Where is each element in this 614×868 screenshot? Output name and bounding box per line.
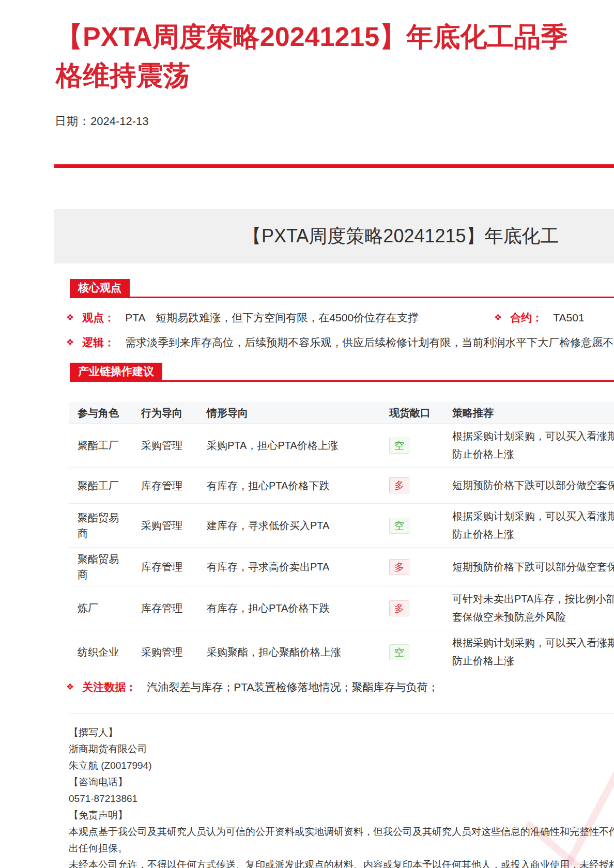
section-core-viewpoint: 核心观点 [70,279,614,298]
phone-number: 0571-87213861 [69,791,614,807]
cell-action: 库存管理 [141,600,207,616]
cell-role: 炼厂 [78,600,141,616]
disclaimer-line: 出任何担保。 [69,840,614,857]
cell-situation: 有库存，担心PTA价格下跌 [207,600,389,616]
col-header-exposure: 现货敞口 [389,406,452,420]
exposure-badge: 多 [389,559,409,575]
cell-action: 采购管理 [141,644,207,660]
cell-role: 聚酯工厂 [78,478,141,493]
contract-group: ❖ 合约： TA501 [494,311,585,325]
page-title-line1: 【PXTA周度策略20241215】年底化工品季 [56,18,614,56]
watch-data-row: ❖ 关注数据： 汽油裂差与库存；PTA装置检修落地情况；聚酯库存与负荷； [66,680,614,694]
section-chain-advice: 产业链操作建议 [70,363,614,382]
chain-advice-badge: 产业链操作建议 [70,363,162,380]
diamond-bullet-icon: ❖ [494,311,502,325]
diamond-bullet-icon: ❖ [66,311,74,325]
cell-strategy: 根据采购计划采购，可以买入看涨期权 防止价格上涨 [452,427,614,463]
report-date-label: 日期： [55,115,90,128]
phone-section-header: 【咨询电话】 [69,774,614,791]
disclaimer-header: 【免责声明】 [69,807,614,824]
exposure-badge: 空 [389,438,409,454]
footer-divider [69,713,614,714]
logic-text: 需求淡季到来库存高位，后续预期不容乐观，供应后续检修计划有限，当前利润水平下大厂… [125,335,613,350]
cell-strategy: 根据采购计划采购，可以买入看涨期权 防止价格上涨 [452,634,614,670]
table-row: 聚酯贸易商 采购管理 建库存，寻求低价买入PTA 空 根据采购计划采购，可以买入… [69,504,614,548]
cell-action: 库存管理 [141,559,207,575]
viewpoint-label: 观点： [82,311,115,325]
col-header-situation: 情形导向 [207,406,389,420]
table-row: 纺织企业 采购管理 采购聚酯，担心聚酯价格上涨 空 根据采购计划采购，可以买入看… [69,630,614,674]
table-row: 炼厂 库存管理 有库存，担心PTA价格下跌 多 可针对未卖出PTA库存，按比例小… [69,586,614,630]
table-row: 聚酯工厂 库存管理 有库存，担心PTA价格下跌 多 短期预防价格下跌可以部分做空… [69,468,614,504]
disclaimer-line: 未经本公司允许，不得以任何方式传送、复印或派发此观点的材料、内容或复印本予以任何… [69,857,614,868]
top-divider [54,164,614,168]
cell-role: 聚酯贸易商 [78,551,141,582]
table-row: 聚酯工厂 采购管理 采购PTA，担心PTA价格上涨 空 根据采购计划采购，可以买… [69,424,614,468]
table-row: 聚酯贸易商 库存管理 有库存，寻求高价卖出PTA 多 短期预防价格下跌可以部分做… [69,548,614,586]
cell-action: 采购管理 [141,518,207,533]
exposure-badge: 多 [389,477,409,493]
cell-role: 聚酯贸易商 [78,510,141,541]
viewpoint-text: PTA 短期易跌难涨，但下方空间有限，在4500价位存在支撑 [125,311,419,325]
exposure-badge: 空 [389,644,409,660]
col-header-role: 参与角色 [78,406,141,420]
logic-row: ❖ 逻辑： 需求淡季到来库存高位，后续预期不容乐观，供应后续检修计划有限，当前利… [66,335,614,350]
cell-situation: 采购PTA，担心PTA价格上涨 [207,438,389,453]
article-banner-title: 【PXTA周度策略20241215】年底化工 [243,224,559,249]
footer: 【撰写人】 浙商期货有限公司 朱立航 (Z0017994) 【咨询电话】 057… [69,724,614,868]
company-name: 浙商期货有限公司 [69,741,614,757]
contract-value: TA501 [553,311,584,325]
operation-advice-table: 参与角色 行为导向 情形导向 现货敞口 策略推荐 聚酯工厂 采购管理 采购PTA… [69,402,614,674]
cell-strategy: 短期预防价格下跌可以部分做空套保 [452,476,614,494]
cell-situation: 建库存，寻求低价买入PTA [207,518,389,533]
contract-label: 合约： [510,311,543,325]
diamond-bullet-icon: ❖ [66,335,74,350]
report-date: 日期：2024-12-13 [55,114,149,129]
author-name: 朱立航 (Z0017994) [69,757,614,774]
report-date-value: 2024-12-13 [90,115,149,128]
cell-strategy: 根据采购计划采购，可以买入看涨期权 防止价格上涨 [452,507,614,544]
table-header-row: 参与角色 行为导向 情形导向 现货敞口 策略推荐 [69,402,614,424]
exposure-badge: 空 [389,518,409,534]
disclaimer-line: 本观点基于我公司及其研究人员认为可信的公开资料或实地调研资料，但我公司及其研究人… [69,824,614,840]
page-title: 【PXTA周度策略20241215】年底化工品季 格维持震荡 [56,18,614,95]
cell-situation: 有库存，担心PTA价格下跌 [207,478,389,493]
col-header-strategy: 策略推荐 [452,406,614,420]
report-page: 【PXTA周度策略20241215】年底化工品季 格维持震荡 日期：2024-1… [0,0,614,868]
article-banner: 【PXTA周度策略20241215】年底化工 [54,209,614,264]
viewpoint-row: ❖ 观点： PTA 短期易跌难涨，但下方空间有限，在4500价位存在支撑 ❖ 合… [66,311,614,325]
author-section-header: 【撰写人】 [69,724,614,741]
cell-action: 采购管理 [141,438,207,453]
cell-role: 聚酯工厂 [78,438,141,453]
cell-situation: 采购聚酯，担心聚酯价格上涨 [207,644,389,660]
col-header-action: 行为导向 [141,406,207,420]
exposure-badge: 多 [389,600,409,616]
cell-situation: 有库存，寻求高价卖出PTA [207,559,389,575]
diamond-bullet-icon: ❖ [66,680,74,694]
page-title-line2: 格维持震荡 [56,56,614,95]
cell-strategy: 短期预防价格下跌可以部分做空套保 [452,558,614,576]
cell-action: 库存管理 [141,478,207,493]
logic-label: 逻辑： [82,335,115,350]
watch-data-text: 汽油裂差与库存；PTA装置检修落地情况；聚酯库存与负荷； [147,680,438,694]
cell-strategy: 可针对未卖出PTA库存，按比例小部分 套保做空来预防意外风险 [452,590,614,626]
cell-role: 纺织企业 [78,644,141,660]
core-viewpoint-badge: 核心观点 [70,279,130,297]
watch-data-label: 关注数据： [82,680,136,694]
